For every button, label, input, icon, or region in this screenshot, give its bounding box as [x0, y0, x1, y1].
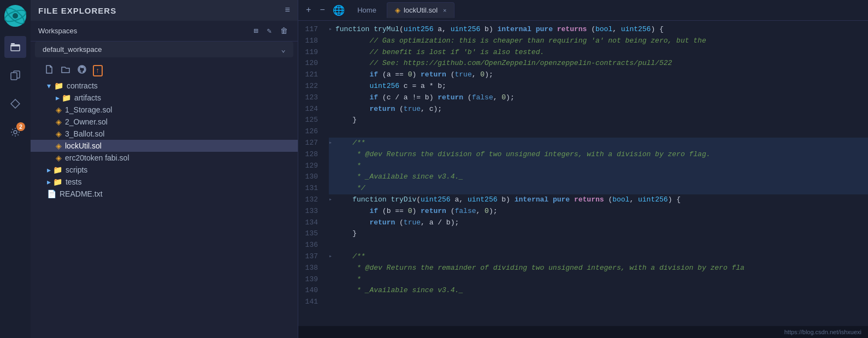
tab-lockutil[interactable]: ◈ lockUtil.sol ×: [387, 2, 455, 18]
file-explorer-icon[interactable]: [4, 36, 26, 58]
code-line: if (a == 0) return (true, 0);: [329, 69, 868, 81]
edit-workspace-btn[interactable]: ✎: [265, 25, 274, 37]
tree-item-artifacts[interactable]: ▸ 📁 artifacts: [31, 92, 298, 104]
tree-item-lockutil[interactable]: ◈ lockUtil.sol: [31, 140, 298, 152]
code-line: return (true, c);: [329, 104, 868, 115]
code-line: *: [329, 161, 868, 172]
new-folder-btn[interactable]: [60, 64, 71, 78]
bottom-bar: https://blog.csdn.net/ishxuexi: [298, 326, 868, 338]
folder-icon: ▸ 📁: [47, 165, 62, 174]
code-lines[interactable]: ▸function tryMul(uint256 a, uint256 b) i…: [323, 21, 868, 326]
svg-marker-9: [11, 99, 20, 108]
tab-active-label: lockUtil.sol: [404, 6, 438, 14]
logo: [4, 4, 27, 27]
copy-icon-btn[interactable]: [4, 64, 26, 86]
code-line: [329, 240, 868, 251]
tree-item-label: README.txt: [60, 189, 103, 198]
code-line: ▸ function tryDiv(uint256 a, uint256 b) …: [329, 194, 868, 206]
new-file-btn[interactable]: [44, 64, 55, 78]
globe-icon: 🌐: [333, 4, 345, 16]
github-btn[interactable]: [76, 64, 87, 78]
tree-item-label: lockUtil.sol: [65, 141, 102, 150]
editor-content: 1171181191201211221231241251261271281291…: [298, 21, 868, 326]
tree-item-contracts[interactable]: ▾ 📁 contracts: [31, 80, 298, 92]
file-toolbar: ↑: [31, 62, 298, 80]
delete-workspace-btn[interactable]: 🗑: [278, 26, 290, 37]
tab-home-label: Home: [357, 6, 376, 14]
tree-item-scripts[interactable]: ▸ 📁 scripts: [31, 164, 298, 176]
workspaces-label: Workspaces: [38, 27, 247, 35]
file-explorer-panel: FILE EXPLORERS ≡ Workspaces ⊞ ✎ 🗑 defaul…: [31, 0, 298, 338]
zoom-out-btn[interactable]: −: [317, 3, 329, 17]
code-line: }: [329, 115, 868, 126]
sol-icon: ◈: [56, 129, 62, 138]
activity-bar: 2: [0, 0, 31, 338]
folder-icon: ▸ 📁: [56, 93, 71, 102]
sol-icon: ◈: [56, 117, 62, 126]
diamond-icon-btn[interactable]: [4, 93, 26, 115]
url-text: https://blog.csdn.net/ishxuexi: [784, 329, 861, 335]
code-line: ▸function tryMul(uint256 a, uint256 b) i…: [329, 24, 868, 35]
code-line: }: [329, 228, 868, 240]
tree-item-label: scripts: [66, 165, 87, 174]
code-line: // See: https://github.com/OpenZeppelin/…: [329, 58, 868, 69]
code-line: uint256 c = a * b;: [329, 81, 868, 92]
tree-item-label: tests: [66, 177, 82, 186]
file-icon: 📄: [47, 189, 56, 198]
workspace-selector[interactable]: default_workspace ⌄: [35, 41, 293, 57]
code-line: * _Available since v3.4._: [329, 285, 868, 297]
tree-item-label: erc20token fabi.sol: [65, 153, 129, 162]
tree-item-label: contracts: [67, 81, 98, 90]
tree-item-label: 1_Storage.sol: [65, 105, 112, 114]
tree-item-tests[interactable]: ▸ 📁 tests: [31, 176, 298, 188]
tree-item-readme[interactable]: 📄 README.txt: [31, 188, 298, 200]
line-numbers: 1171181191201211221231241251261271281291…: [298, 21, 323, 326]
code-line: *: [329, 274, 868, 286]
tree-item-label: artifacts: [74, 93, 101, 102]
folder-open-icon: ▾: [47, 81, 51, 90]
folder-icon: 📁: [54, 81, 63, 90]
collapse-icon[interactable]: ≡: [285, 5, 290, 15]
folder-icon: ▸ 📁: [47, 177, 62, 186]
code-line: [329, 297, 868, 308]
code-line: ▸ /**: [329, 138, 868, 149]
tree-item-label: 3_Ballot.sol: [65, 129, 104, 138]
explorer-title: FILE EXPLORERS: [38, 6, 116, 15]
editor-tabs: + − 🌐 Home ◈ lockUtil.sol ×: [298, 0, 868, 21]
settings-icon-btn[interactable]: 2: [4, 121, 26, 143]
code-line: return (true, a / b);: [329, 217, 868, 229]
code-line: // benefit is lost if 'b' is also tested…: [329, 47, 868, 58]
svg-rect-6: [11, 45, 20, 46]
tab-sol-icon: ◈: [395, 6, 400, 14]
workspaces-row: Workspaces ⊞ ✎ 🗑: [31, 21, 298, 41]
code-line: ▸ /**: [329, 251, 868, 263]
code-line: * @dev Returns the remainder of dividing…: [329, 263, 868, 274]
tab-close-btn[interactable]: ×: [443, 7, 446, 14]
code-line: // Gas optimization: this is cheaper tha…: [329, 35, 868, 47]
upload-btn[interactable]: ↑: [93, 65, 103, 76]
editor-area: + − 🌐 Home ◈ lockUtil.sol × 117118119120…: [298, 0, 868, 338]
code-line: if (b == 0) return (false, 0);: [329, 206, 868, 217]
notification-badge: 2: [16, 122, 25, 131]
workspace-name: default_workspace: [43, 45, 102, 54]
code-line: if (c / a != b) return (false, 0);: [329, 92, 868, 104]
sol-icon: ◈: [56, 153, 62, 162]
sol-icon: ◈: [56, 141, 62, 150]
file-tree: ↑ ▾ 📁 contracts ▸ 📁 artifacts ◈ 1_Storag…: [31, 60, 298, 338]
code-line: * _Available since v3.4._: [329, 171, 868, 183]
workspace-dropdown-arrow: ⌄: [281, 45, 286, 54]
svg-point-10: [14, 131, 17, 134]
sol-icon: ◈: [56, 105, 62, 114]
tree-item-3ballot[interactable]: ◈ 3_Ballot.sol: [31, 128, 298, 140]
add-workspace-btn[interactable]: ⊞: [251, 25, 260, 37]
code-line: * @dev Returns the division of two unsig…: [329, 149, 868, 161]
svg-rect-4: [11, 43, 15, 44]
code-line: */: [329, 183, 868, 194]
svg-rect-8: [11, 73, 17, 80]
tree-item-2owner[interactable]: ◈ 2_Owner.sol: [31, 116, 298, 128]
zoom-in-btn[interactable]: +: [303, 3, 315, 17]
tree-item-erc20[interactable]: ◈ erc20token fabi.sol: [31, 152, 298, 164]
tree-item-label: 2_Owner.sol: [65, 117, 108, 126]
tree-item-1storage[interactable]: ◈ 1_Storage.sol: [31, 104, 298, 116]
tab-home[interactable]: Home: [349, 2, 385, 18]
